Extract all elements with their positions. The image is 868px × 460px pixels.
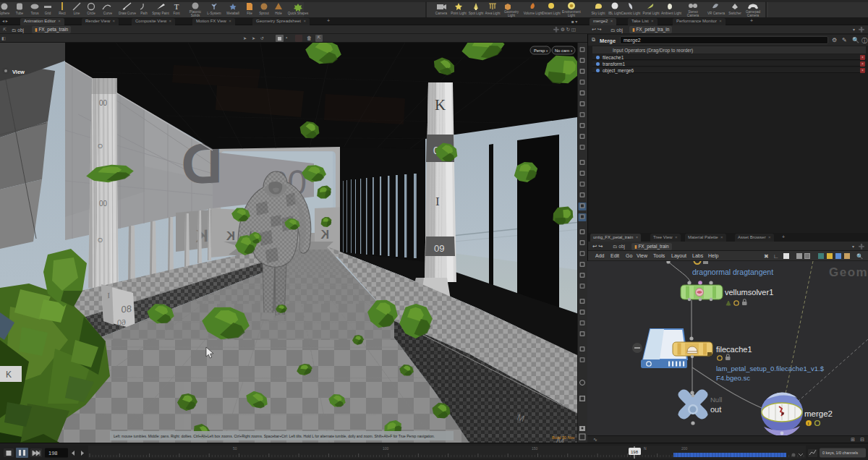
svg-text:Light: Light xyxy=(568,14,576,17)
svg-text:Camera: Camera xyxy=(747,14,760,17)
svg-text:K: K xyxy=(320,229,329,241)
svg-text:K: K xyxy=(195,226,208,246)
svg-text:Circle: Circle xyxy=(87,12,95,15)
svg-text:L-System: L-System xyxy=(207,12,221,15)
svg-text:150: 150 xyxy=(532,446,538,451)
svg-text:vellumsolver1: vellumsolver1 xyxy=(725,288,773,297)
svg-text:50: 50 xyxy=(233,446,237,451)
svg-text:VR Camera: VR Camera xyxy=(707,12,725,15)
svg-text:No cam: No cam xyxy=(555,48,569,53)
svg-text:Persp: Persp xyxy=(534,48,545,53)
svg-text:Draw Curve: Draw Curve xyxy=(119,12,137,15)
svg-text:Metaball: Metaball xyxy=(226,12,239,15)
svg-text:Curve: Curve xyxy=(103,12,113,15)
svg-text:Quick Shapes: Quick Shapes xyxy=(288,12,309,15)
svg-text:O: O xyxy=(98,142,103,150)
svg-text:Camera: Camera xyxy=(435,12,448,15)
svg-text:I: I xyxy=(435,195,440,208)
svg-text:Line: Line xyxy=(74,12,80,15)
svg-text:Area Light: Area Light xyxy=(485,12,501,15)
svg-text:Hole: Hole xyxy=(275,12,282,15)
svg-text:out: out xyxy=(710,405,721,414)
svg-text:Light: Light xyxy=(508,14,516,17)
svg-text:Build 30 Nov: Build 30 Nov xyxy=(552,435,574,440)
svg-text:198: 198 xyxy=(631,450,639,454)
svg-text:Distant Light: Distant Light xyxy=(542,12,561,15)
svg-text:!: ! xyxy=(808,422,809,426)
svg-text:N: N xyxy=(644,446,647,451)
svg-text:K: K xyxy=(6,370,12,380)
svg-text:200: 200 xyxy=(681,446,688,451)
svg-text:merge2: merge2 xyxy=(804,409,833,418)
svg-text:lam_petal_setup_0.filecache1_v: lam_petal_setup_0.filecache1_v1.$ xyxy=(716,365,825,372)
svg-text:Sphere: Sphere xyxy=(0,12,10,15)
svg-text:00: 00 xyxy=(98,99,107,107)
svg-text:IBL Light: IBL Light xyxy=(608,12,622,15)
svg-text:T: T xyxy=(174,2,179,11)
svg-text:Spray Paint: Spray Paint xyxy=(152,12,169,15)
svg-text:Portal Light: Portal Light xyxy=(642,12,660,15)
svg-text:198: 198 xyxy=(48,450,58,456)
svg-text:00: 00 xyxy=(98,200,107,208)
svg-text:09: 09 xyxy=(434,243,444,254)
svg-text:Spot Light: Spot Light xyxy=(469,12,484,15)
svg-text:Caustic Light: Caustic Light xyxy=(621,12,641,15)
svg-text:100: 100 xyxy=(383,446,389,451)
svg-text:Sprout: Sprout xyxy=(259,12,269,15)
svg-text:Font: Font xyxy=(173,12,180,15)
svg-text:Ambient Light: Ambient Light xyxy=(661,12,682,15)
svg-text:File: File xyxy=(247,12,252,15)
svg-text:Grid: Grid xyxy=(45,12,51,15)
svg-text:60: 60 xyxy=(117,318,126,327)
svg-text:80: 80 xyxy=(122,303,132,315)
svg-text:filecache1: filecache1 xyxy=(716,345,752,354)
svg-text:Rect: Rect xyxy=(59,12,66,15)
svg-text:O: O xyxy=(98,237,103,244)
svg-text:K: K xyxy=(435,96,446,114)
svg-text:dragnormal dragtangent: dragnormal dragtangent xyxy=(692,268,773,276)
svg-text:Volume Light: Volume Light xyxy=(524,12,543,15)
svg-text:Camera: Camera xyxy=(687,14,699,17)
svg-text:0 keys, 1/0 channels: 0 keys, 1/0 channels xyxy=(822,451,858,455)
svg-text:Solids: Solids xyxy=(191,14,200,17)
svg-text:Point Light: Point Light xyxy=(451,12,467,15)
svg-text:Null: Null xyxy=(710,396,722,404)
svg-text:I: I xyxy=(107,291,110,299)
svg-text:Switcher: Switcher xyxy=(728,12,741,15)
svg-text:Torus: Torus xyxy=(30,12,39,15)
svg-text:Tube: Tube xyxy=(16,12,24,15)
svg-text:Path: Path xyxy=(140,12,148,15)
svg-text:K: K xyxy=(226,229,235,243)
svg-text:Geometry: Geometry xyxy=(829,265,868,279)
svg-text:F4.bgeo.sc: F4.bgeo.sc xyxy=(716,374,750,382)
svg-text:View: View xyxy=(12,69,25,75)
svg-text:Sky Light: Sky Light xyxy=(592,12,606,15)
svg-text:Left: mouse tumbles. Middle:: Left: mouse tumbles. Middle: pans. Right… xyxy=(114,434,435,438)
